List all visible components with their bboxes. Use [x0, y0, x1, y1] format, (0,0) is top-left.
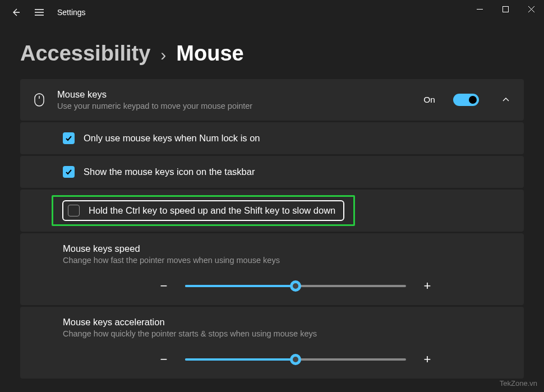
mouse-keys-subtitle: Use your numeric keypad to move your mou…: [57, 102, 412, 110]
svg-rect-0: [502, 6, 508, 12]
acceleration-decrease-button[interactable]: −: [158, 354, 169, 365]
watermark: TekZone.vn: [500, 379, 537, 388]
speed-title: Mouse keys speed: [63, 243, 511, 254]
back-button[interactable]: [10, 7, 21, 18]
mouse-keys-toggle[interactable]: [453, 94, 479, 106]
speed-increase-button[interactable]: +: [422, 280, 433, 292]
taskbar-icon-checkbox[interactable]: [63, 166, 75, 178]
mouse-keys-title: Mouse keys: [57, 89, 412, 100]
breadcrumb: Accessibility › Mouse: [0, 25, 544, 79]
taskbar-icon-option-row: Show the mouse keys icon on the taskbar: [20, 156, 524, 188]
collapse-button[interactable]: [500, 94, 511, 105]
mouse-icon: [33, 93, 46, 107]
annotation-highlight: Hold the Ctrl key to speed up and the Sh…: [52, 195, 355, 226]
numlock-option-row: Only use mouse keys when Num lock is on: [20, 122, 524, 154]
ctrl-shift-option-row: Hold the Ctrl key to speed up and the Sh…: [20, 190, 524, 232]
acceleration-section: Mouse keys acceleration Change how quick…: [20, 307, 524, 379]
focus-ring: Hold the Ctrl key to speed up and the Sh…: [62, 200, 344, 221]
speed-decrease-button[interactable]: −: [158, 280, 169, 292]
minimize-button[interactable]: [467, 0, 492, 18]
maximize-button[interactable]: [492, 0, 518, 18]
taskbar-icon-label: Show the mouse keys icon on the taskbar: [84, 167, 255, 177]
acceleration-increase-button[interactable]: +: [422, 354, 433, 365]
toggle-state-label: On: [423, 95, 435, 105]
ctrl-shift-checkbox[interactable]: [68, 205, 80, 216]
breadcrumb-parent[interactable]: Accessibility: [20, 41, 150, 66]
breadcrumb-separator: ›: [160, 45, 166, 64]
speed-slider[interactable]: [185, 285, 406, 287]
breadcrumb-current: Mouse: [176, 41, 243, 66]
numlock-checkbox[interactable]: [63, 132, 75, 144]
window-title: Settings: [57, 8, 86, 17]
numlock-label: Only use mouse keys when Num lock is on: [84, 133, 260, 144]
acceleration-slider[interactable]: [185, 358, 406, 361]
acceleration-subtitle: Change how quickly the pointer starts & …: [63, 329, 511, 338]
acceleration-title: Mouse keys acceleration: [63, 317, 511, 328]
speed-section: Mouse keys speed Change how fast the poi…: [20, 233, 524, 305]
close-button[interactable]: [518, 0, 544, 18]
speed-subtitle: Change how fast the pointer moves when u…: [63, 256, 511, 265]
ctrl-shift-label: Hold the Ctrl key to speed up and the Sh…: [89, 205, 335, 216]
svg-rect-1: [35, 94, 44, 106]
menu-button[interactable]: [34, 7, 45, 18]
mouse-keys-card: Mouse keys Use your numeric keypad to mo…: [20, 79, 524, 121]
